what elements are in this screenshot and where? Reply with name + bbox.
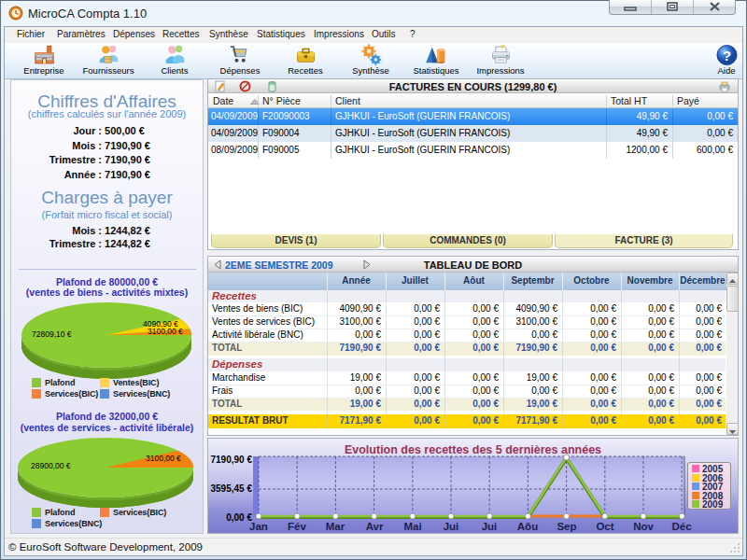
svg-text:?: ? [722,48,730,63]
